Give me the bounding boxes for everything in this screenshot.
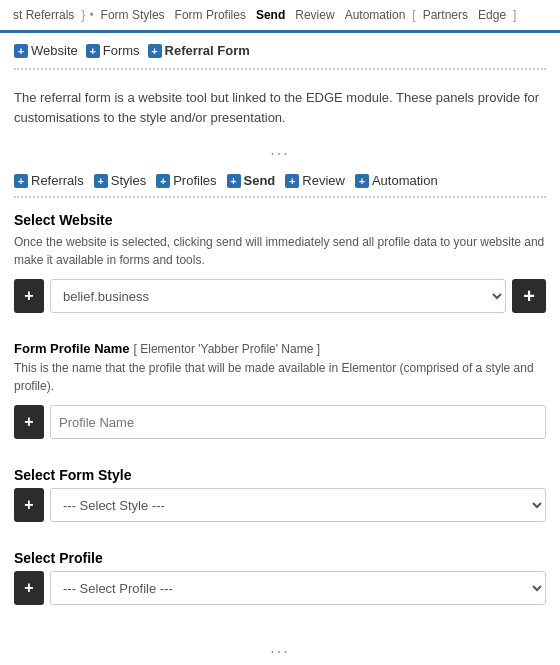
nav-bracket-close2: ] [513,8,516,22]
select-website-desc: Once the website is selected, clicking s… [14,233,546,269]
website-dropdown[interactable]: belief.business [50,279,506,313]
ellipsis-1: ... [0,135,560,165]
select-profile-dropdown[interactable]: --- Select Profile --- [50,571,546,605]
website-input-row: + belief.business + [14,279,546,313]
select-profile-input-row: + --- Select Profile --- [14,571,546,605]
subtab-profiles[interactable]: + Profiles [156,173,216,188]
plus-profiles-icon: + [156,174,170,188]
tab-referral-form[interactable]: + Referral Form [148,43,250,58]
nav-bracket-close: } [81,8,85,22]
sub-tab-row: + Referrals + Styles + Profiles + Send +… [0,165,560,192]
subtab-automation-label: Automation [372,173,438,188]
form-style-input-row: + --- Select Style --- [14,488,546,522]
profile-name-label-row: Form Profile Name [ Elementor 'Yabber Pr… [14,341,546,356]
tab-forms-label: Forms [103,43,140,58]
subtab-automation[interactable]: + Automation [355,173,438,188]
subtab-review-label: Review [302,173,345,188]
plus-forms-icon: + [86,44,100,58]
select-form-style-section: Select Form Style + --- Select Style --- [0,467,560,550]
subtab-send-label: Send [244,173,276,188]
subtab-referrals-label: Referrals [31,173,84,188]
top-nav: st Referrals } • Form Styles Form Profil… [0,0,560,33]
profile-name-label: Form Profile Name [14,341,130,356]
form-style-plus-button[interactable]: + [14,488,44,522]
subtab-send[interactable]: + Send [227,173,276,188]
select-profile-plus-button[interactable]: + [14,571,44,605]
tab-website-label: Website [31,43,78,58]
nav-bracket-open2: [ [412,8,415,22]
profile-name-desc: This is the name that the profile that w… [14,359,546,395]
select-profile-title: Select Profile [14,550,546,566]
plus-send-icon: + [227,174,241,188]
nav-item-automation[interactable]: Automation [342,6,409,24]
nav-item-form-profiles[interactable]: Form Profiles [172,6,249,24]
plus-referrals-icon: + [14,174,28,188]
tab-referral-form-label: Referral Form [165,43,250,58]
plus-referral-icon: + [148,44,162,58]
plus-automation-icon: + [355,174,369,188]
select-form-style-title: Select Form Style [14,467,546,483]
profile-name-plus-button[interactable]: + [14,405,44,439]
nav-item-partners[interactable]: Partners [420,6,471,24]
form-profile-name-section: Form Profile Name [ Elementor 'Yabber Pr… [0,341,560,467]
select-website-section: Select Website Once the website is selec… [0,212,560,341]
description-text: The referral form is a website tool but … [0,74,560,135]
breadcrumb-row: + Website + Forms + Referral Form [0,33,560,68]
form-style-dropdown[interactable]: --- Select Style --- [50,488,546,522]
subtab-styles[interactable]: + Styles [94,173,146,188]
nav-dot: • [89,8,93,22]
subtab-styles-label: Styles [111,173,146,188]
select-website-title: Select Website [14,212,546,228]
profile-name-sublabel: [ Elementor 'Yabber Profile' Name ] [134,342,320,356]
subtab-profiles-label: Profiles [173,173,216,188]
ellipsis-2: ... [0,633,560,663]
subtab-review[interactable]: + Review [285,173,345,188]
nav-item-referrals[interactable]: st Referrals [10,6,77,24]
plus-review-icon: + [285,174,299,188]
nav-item-edge[interactable]: Edge [475,6,509,24]
subtab-referrals[interactable]: + Referrals [14,173,84,188]
website-add-button[interactable]: + [512,279,546,313]
select-profile-section: Select Profile + --- Select Profile --- [0,550,560,633]
profile-name-input-row: + [14,405,546,439]
nav-item-form-styles[interactable]: Form Styles [98,6,168,24]
nav-item-send[interactable]: Send [253,6,288,24]
profile-name-input[interactable] [50,405,546,439]
nav-item-review[interactable]: Review [292,6,337,24]
plus-styles-icon: + [94,174,108,188]
tab-website[interactable]: + Website [14,43,78,58]
divider-1 [14,68,546,70]
tab-forms[interactable]: + Forms [86,43,140,58]
website-plus-button[interactable]: + [14,279,44,313]
plus-website-icon: + [14,44,28,58]
divider-2 [14,196,546,198]
